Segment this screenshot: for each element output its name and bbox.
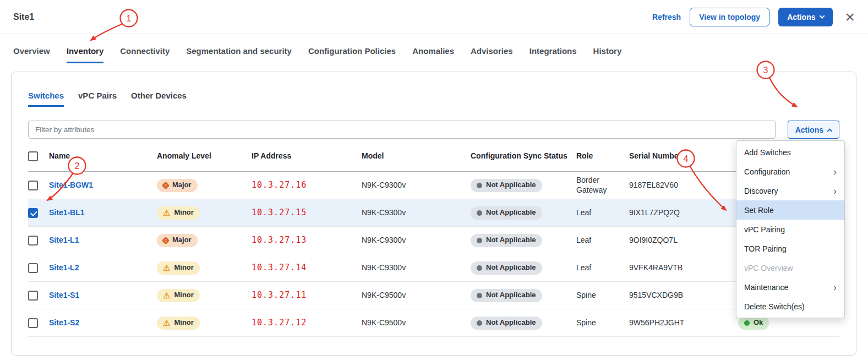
tab-connectivity[interactable]: Connectivity [120,46,170,63]
model: N9K-C9300v [362,236,406,246]
minor-warning-icon: ⚠ [163,264,170,272]
column-header-role[interactable]: Role [576,151,629,161]
table-row: Site1-BGW1!Major10.3.27.16N9K-C9300vNot … [28,172,839,199]
anomaly-badge-minor: ⚠Minor [157,289,200,302]
table-row: Site1-S1⚠Minor10.3.27.11N9K-C9500vNot Ap… [28,282,839,309]
model: N9K-C9300v [362,181,406,190]
subtab-bar: SwitchesvPC PairsOther Devices [28,91,187,107]
row-checkbox[interactable] [28,236,38,246]
switch-name-link[interactable]: Site1-L1 [49,236,79,246]
ip-address: 10.3.27.11 [252,290,307,301]
anomaly-label: Major [172,236,192,244]
menu-item-configuration[interactable]: Configuration› [736,162,844,181]
column-header-serial-number[interactable]: Serial Number [629,151,738,161]
ip-address: 10.3.27.16 [252,180,307,190]
actions-menu: Add SwitchesConfiguration›Discovery›Set … [736,140,845,318]
anomaly-label: Minor [174,263,193,272]
menu-item-label: TOR Pairing [744,244,787,253]
header-actions-button[interactable]: Actions [778,8,833,26]
tab-bar: OverviewInventoryConnectivitySegmentatio… [13,46,621,63]
column-header-name[interactable]: Name [49,151,157,161]
dialog-header: Site1 Refresh View in topology Actions × [0,0,868,34]
menu-item-add-switches[interactable]: Add Switches [736,143,844,162]
tab-segmentation-and-security[interactable]: Segmentation and security [186,46,292,63]
menu-item-delete-switch-es[interactable]: Delete Switch(es) [736,297,844,316]
select-all-checkbox[interactable] [28,151,38,161]
close-icon[interactable]: × [845,9,855,25]
tab-anomalies[interactable]: Anomalies [412,46,454,63]
anomaly-label: Minor [174,318,193,327]
header-actions: Refresh View in topology Actions × [652,8,855,26]
column-header-ip-address[interactable]: IP Address [252,151,362,161]
sync-status-badge: Not Applicable [471,234,542,247]
anomaly-badge-minor: ⚠Minor [157,206,200,220]
row-checkbox[interactable] [28,291,38,301]
chevron-down-icon [820,13,825,19]
tab-overview[interactable]: Overview [13,46,50,63]
subtab-switches[interactable]: Switches [28,91,64,107]
switch-name-link[interactable]: Site1-BGW1 [49,181,93,190]
chevron-right-icon: › [833,282,837,292]
column-header-configuration-sync-status[interactable]: Configuration Sync Status [471,151,576,161]
row-checkbox[interactable] [28,318,38,328]
menu-item-label: Discovery [744,187,778,195]
row-checkbox[interactable] [28,263,38,273]
ip-address: 10.3.27.15 [252,208,307,218]
status-dot-icon [477,183,482,188]
minor-warning-icon: ⚠ [163,291,170,299]
menu-item-label: Add Switches [744,148,791,157]
column-header-model[interactable]: Model [362,151,471,161]
switch-name-link[interactable]: Site1-S1 [49,291,79,301]
role: Border Gateway [576,176,623,195]
serial-number: 9OI9I0ZQO7L [629,236,678,246]
refresh-link[interactable]: Refresh [652,13,681,21]
table-row: Site1-L1!Major10.3.27.13N9K-C9300vNot Ap… [28,227,839,254]
menu-item-label: Delete Switch(es) [744,302,805,311]
tab-integrations[interactable]: Integrations [529,46,577,63]
tab-advisories[interactable]: Advisories [471,46,513,63]
row-checkbox-cell [28,208,49,218]
table-actions-button[interactable]: Actions [788,121,839,139]
menu-item-label: vPC Overview [744,264,793,272]
row-checkbox[interactable] [28,181,38,190]
menu-item-discovery[interactable]: Discovery› [736,181,844,200]
role: Leaf [576,208,591,218]
ip-address: 10.3.27.13 [252,235,307,246]
switch-name-link[interactable]: Site1-BL1 [49,208,85,218]
status-dot-icon [477,320,482,326]
subtab-other-devices[interactable]: Other Devices [131,91,187,107]
view-in-topology-button[interactable]: View in topology [690,8,769,26]
anomaly-label: Minor [174,291,193,299]
menu-item-vpc-pairing[interactable]: vPC Pairing [736,220,844,239]
menu-item-vpc-overview[interactable]: vPC Overview [736,258,844,277]
tab-history[interactable]: History [593,46,622,63]
filter-input[interactable] [28,121,776,139]
column-header-anomaly-level[interactable]: Anomaly Level [157,151,252,161]
switch-name-link[interactable]: Site1-S2 [49,318,79,328]
tab-inventory[interactable]: Inventory [67,46,104,63]
chevron-right-icon: › [833,186,837,196]
table-header: NameAnomaly LevelIP AddressModelConfigur… [28,141,839,172]
role: Spine [576,318,596,328]
status-dot-icon [477,238,482,243]
tab-configuration-policies[interactable]: Configuration Policies [308,46,396,63]
menu-item-maintenance[interactable]: Maintenance› [736,277,844,297]
table-row: Site1-BL1⚠Minor10.3.27.15N9K-C9300vNot A… [28,199,839,227]
menu-item-set-role[interactable]: Set Role [736,200,844,220]
table-row: Site1-S2⚠Minor10.3.27.12N9K-C9500vNot Ap… [28,309,839,337]
table-row: Site1-L2⚠Minor10.3.27.14N9K-C9300vNot Ap… [28,254,839,282]
sync-status-badge: Not Applicable [471,206,542,220]
menu-item-tor-pairing[interactable]: TOR Pairing [736,239,844,258]
subtab-vpc-pairs[interactable]: vPC Pairs [78,91,117,107]
ip-address: 10.3.27.12 [252,318,307,328]
switch-name-link[interactable]: Site1-L2 [49,263,79,273]
sync-status-badge: Not Applicable [471,261,542,275]
row-checkbox[interactable] [28,208,38,218]
serial-number: 9IX1L7ZPQ2Q [629,208,680,218]
sync-status-badge: Not Applicable [471,179,542,192]
anomaly-badge-major: !Major [157,179,198,192]
anomaly-label: Minor [174,208,193,217]
model: N9K-C9500v [362,291,406,301]
menu-item-label: vPC Pairing [744,225,785,234]
role: Leaf [576,263,591,273]
